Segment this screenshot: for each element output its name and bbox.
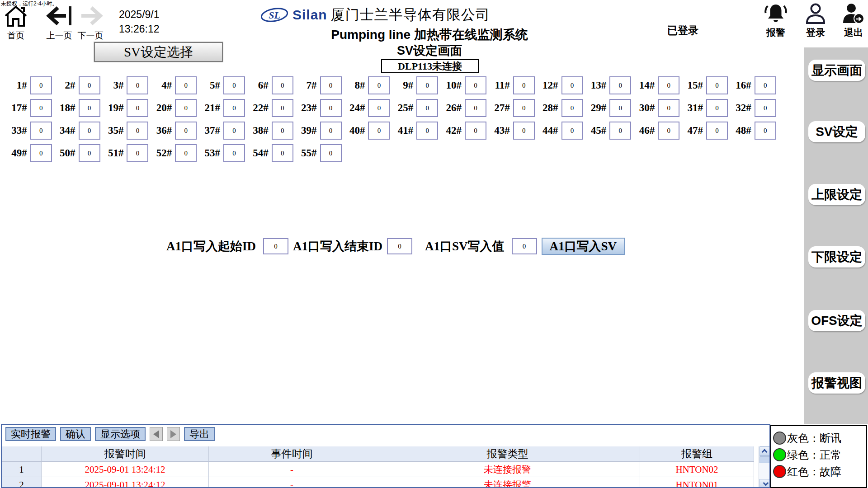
- channel-sv-input[interactable]: 0: [465, 99, 486, 117]
- channel-sv-input[interactable]: 0: [272, 144, 293, 162]
- channel-sv-input[interactable]: 0: [609, 99, 631, 117]
- legend-color-dot: [773, 432, 786, 445]
- channel-sv-input[interactable]: 0: [561, 99, 583, 117]
- next-page-button[interactable]: 下一页: [76, 5, 105, 42]
- channel-label: 46#: [639, 125, 655, 136]
- channel-sv-input[interactable]: 0: [79, 99, 100, 117]
- channel-sv-input[interactable]: 0: [320, 76, 342, 94]
- sv-channel-cell: 31#0: [679, 99, 728, 117]
- alarm-table-row[interactable]: 22025-09-01 13:24:12-未连接报警HNTON01: [2, 477, 754, 488]
- channel-sv-input[interactable]: 0: [368, 76, 390, 94]
- channel-sv-input[interactable]: 0: [755, 76, 776, 94]
- channel-sv-input[interactable]: 0: [175, 99, 197, 117]
- sv-channel-cell: 20#0: [148, 99, 197, 117]
- channel-label: 25#: [398, 102, 414, 114]
- channel-sv-input[interactable]: 0: [561, 76, 583, 94]
- scrollbar-thumb[interactable]: [760, 456, 770, 463]
- channel-sv-input[interactable]: 0: [30, 99, 52, 117]
- sv-channel-cell: 23#0: [293, 99, 342, 117]
- alarm-panel: 实时报警 确认 显示选项 导出 报警时间事件时间报警类型报警组12025-09-…: [1, 424, 770, 488]
- legend-item: 绿色：正常: [773, 446, 866, 463]
- sidebar-button-报警视图[interactable]: 报警视图: [808, 372, 865, 394]
- a1-write-sv-button[interactable]: A1口写入SV: [542, 238, 625, 255]
- alarm-table-scrollbar[interactable]: [759, 446, 770, 488]
- logout-button[interactable]: 退出: [839, 3, 868, 39]
- sv-channel-cell: 18#0: [52, 99, 100, 117]
- channel-sv-input[interactable]: 0: [223, 76, 245, 94]
- sidebar-button-OFS设定[interactable]: OFS设定: [808, 310, 865, 331]
- scroll-down-button[interactable]: [760, 479, 770, 488]
- channel-sv-input[interactable]: 0: [127, 144, 148, 162]
- channel-sv-input[interactable]: 0: [513, 99, 535, 117]
- channel-sv-input[interactable]: 0: [609, 122, 631, 140]
- home-button[interactable]: 首页: [2, 5, 30, 42]
- channel-sv-input[interactable]: 0: [175, 144, 197, 162]
- alarm-button[interactable]: 报警: [761, 3, 790, 39]
- prev-page-button[interactable]: 上一页: [43, 5, 75, 42]
- channel-sv-input[interactable]: 0: [320, 122, 342, 140]
- channel-sv-input[interactable]: 0: [658, 76, 679, 94]
- channel-sv-input[interactable]: 0: [368, 122, 390, 140]
- a1-sv-value-input[interactable]: 0: [512, 238, 537, 254]
- sv-select-button[interactable]: SV设定选择: [94, 42, 223, 62]
- display-options-button[interactable]: 显示选项: [95, 427, 146, 441]
- a1-end-id-input[interactable]: 0: [387, 238, 412, 254]
- export-button[interactable]: 导出: [184, 427, 215, 441]
- realtime-alarm-button[interactable]: 实时报警: [5, 427, 56, 441]
- channel-sv-input[interactable]: 0: [658, 122, 679, 140]
- channel-sv-input[interactable]: 0: [706, 76, 728, 94]
- sidebar-button-显示画面[interactable]: 显示画面: [808, 60, 865, 81]
- page-left-button[interactable]: [150, 427, 163, 441]
- channel-sv-input[interactable]: 0: [30, 76, 52, 94]
- channel-sv-input[interactable]: 0: [561, 122, 583, 140]
- scroll-up-button[interactable]: [760, 446, 770, 456]
- channel-sv-input[interactable]: 0: [320, 99, 342, 117]
- channel-sv-input[interactable]: 0: [272, 99, 293, 117]
- channel-label: 1#: [17, 80, 27, 91]
- channel-sv-input[interactable]: 0: [465, 122, 486, 140]
- channel-sv-input[interactable]: 0: [127, 99, 148, 117]
- channel-sv-input[interactable]: 0: [272, 76, 293, 94]
- channel-label: 9#: [403, 80, 413, 91]
- channel-label: 18#: [60, 102, 75, 114]
- ack-button[interactable]: 确认: [60, 427, 91, 441]
- channel-sv-input[interactable]: 0: [127, 76, 148, 94]
- login-button[interactable]: 登录: [801, 3, 830, 39]
- channel-sv-input[interactable]: 0: [368, 99, 390, 117]
- channel-sv-input[interactable]: 0: [416, 76, 438, 94]
- channel-sv-input[interactable]: 0: [79, 144, 100, 162]
- channel-sv-input[interactable]: 0: [755, 99, 776, 117]
- channel-sv-input[interactable]: 0: [175, 76, 197, 94]
- alarm-table-row[interactable]: 12025-09-01 13:24:12-未连接报警HNTON02: [2, 462, 754, 477]
- channel-sv-input[interactable]: 0: [465, 76, 486, 94]
- channel-sv-input[interactable]: 0: [223, 144, 245, 162]
- channel-sv-input[interactable]: 0: [320, 144, 342, 162]
- channel-sv-input[interactable]: 0: [706, 122, 728, 140]
- sidebar-button-上限设定[interactable]: 上限设定: [808, 184, 865, 205]
- right-triangle-icon: [170, 430, 176, 438]
- channel-sv-input[interactable]: 0: [79, 122, 100, 140]
- channel-sv-input[interactable]: 0: [706, 99, 728, 117]
- channel-sv-input[interactable]: 0: [175, 122, 197, 140]
- channel-sv-input[interactable]: 0: [272, 122, 293, 140]
- channel-sv-input[interactable]: 0: [513, 122, 535, 140]
- sidebar-button-SV设定[interactable]: SV设定: [808, 121, 865, 142]
- channel-sv-input[interactable]: 0: [30, 144, 52, 162]
- channel-sv-input[interactable]: 0: [755, 122, 776, 140]
- date-text: 2025/9/1: [119, 7, 160, 22]
- channel-sv-input[interactable]: 0: [513, 76, 535, 94]
- channel-sv-input[interactable]: 0: [658, 99, 679, 117]
- channel-sv-input[interactable]: 0: [416, 99, 438, 117]
- sidebar-button-下限设定[interactable]: 下限设定: [808, 246, 865, 267]
- channel-sv-input[interactable]: 0: [127, 122, 148, 140]
- channel-sv-input[interactable]: 0: [223, 122, 245, 140]
- channel-sv-input[interactable]: 0: [416, 122, 438, 140]
- alarm-column-header: 报警组: [640, 446, 754, 462]
- channel-sv-input[interactable]: 0: [79, 76, 100, 94]
- alarm-bell-icon: [763, 3, 789, 24]
- channel-sv-input[interactable]: 0: [609, 76, 631, 94]
- channel-sv-input[interactable]: 0: [223, 99, 245, 117]
- page-right-button[interactable]: [167, 427, 180, 441]
- a1-start-id-input[interactable]: 0: [263, 238, 288, 254]
- channel-sv-input[interactable]: 0: [30, 122, 52, 140]
